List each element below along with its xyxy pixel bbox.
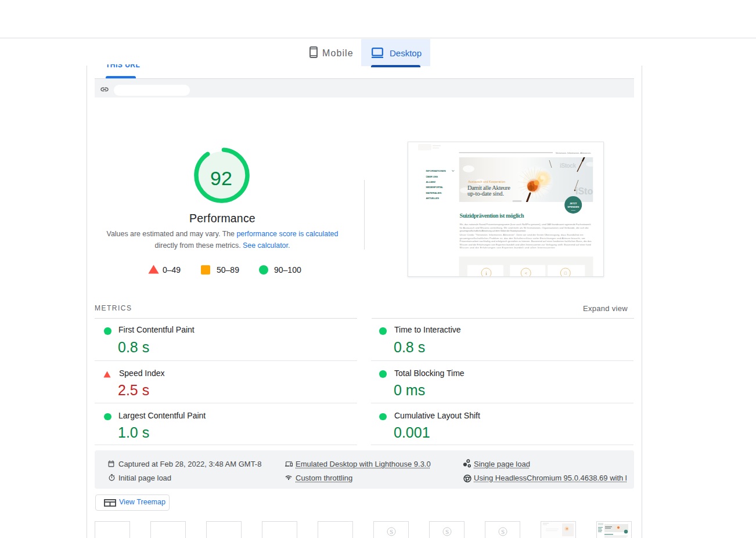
svg-text:gesamtgesellschaftliches Probl: gesamtgesellschaftliches Problem ist, da…	[460, 237, 586, 240]
svg-text:Damit alle Akteure: Damit alle Akteure	[467, 185, 510, 191]
svg-text:Wissen und die Erfahrungen von: Wissen und die Erfahrungen von Experten …	[460, 243, 592, 246]
svg-text:gesamtgesellschaftliche Aktivi: gesamtgesellschaftliche Aktivierung auf …	[460, 229, 527, 232]
svg-text:iStock: iStock	[560, 163, 576, 169]
svg-text:Vernetzen. Informieren. Aktivi: Vernetzen. Informieren. Aktivieren.	[556, 151, 591, 154]
svg-text:Suizidprävention ist möglich: Suizidprävention ist möglich	[460, 212, 524, 219]
svg-text:S: S	[390, 528, 393, 535]
svg-text:Wir, das nationale Suizid Präv: Wir, das nationale Suizid Präventionspro…	[460, 223, 592, 226]
svg-text:MATERIALIEN: MATERIALIEN	[426, 192, 442, 194]
svg-text:Austausch und Kooperation: Austausch und Kooperation	[469, 180, 506, 183]
svg-text:für Austausch und Wissens verm: für Austausch und Wissens vermittlung. W…	[460, 226, 589, 229]
svg-text:<: <	[525, 271, 527, 276]
svg-text:SPENDEN: SPENDEN	[567, 205, 579, 208]
svg-text:JETZT: JETZT	[570, 202, 577, 205]
svg-text:ALLIANZ: ALLIANZ	[426, 180, 436, 183]
svg-text:Wissen und die Erfahrungen von: Wissen und die Erfahrungen von Experten …	[460, 246, 556, 249]
svg-text:MEDIENPORTAL: MEDIENPORTAL	[426, 186, 444, 189]
svg-text:S: S	[501, 528, 505, 535]
svg-text:up-to-date sind.: up-to-date sind.	[467, 190, 504, 197]
svg-text:Präventionsarbeit nachhaltig u: Präventionsarbeit nachhaltig und erfolgr…	[460, 240, 592, 243]
svg-text:INFORMATIONEN: INFORMATIONEN	[426, 169, 447, 172]
svg-text:AKTUELLES: AKTUELLES	[426, 197, 440, 200]
svg-text:ÜBER UNS: ÜBER UNS	[426, 175, 438, 178]
svg-text:Unser Credo: "Vernetzen. Infor: Unser Credo: "Vernetzen. Informieren. Ak…	[460, 233, 584, 236]
svg-text:S: S	[445, 528, 449, 535]
